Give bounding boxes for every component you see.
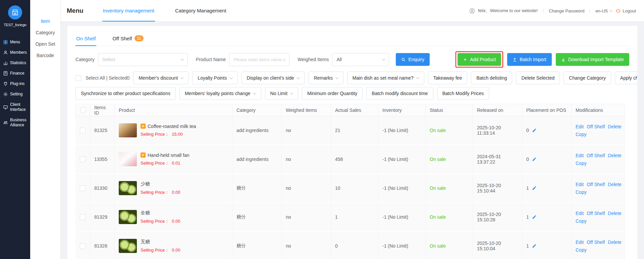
batch-action-button[interactable]: Batch delisting xyxy=(471,72,512,84)
sidebar-item-finance[interactable]: Finance xyxy=(0,68,30,79)
category-select[interactable]: Select xyxy=(98,53,188,66)
edit-link[interactable]: Edit xyxy=(576,124,584,129)
batch-buttons-group: Synchronize to other product specificati… xyxy=(75,87,489,100)
enquiry-button[interactable]: Enquiry xyxy=(396,53,429,66)
batch-action-button[interactable]: Batch modify discount time xyxy=(366,87,433,100)
batch-action-button[interactable]: Apply change to selection xyxy=(615,72,637,84)
edit-placement-icon[interactable] xyxy=(532,215,537,219)
locale-selector[interactable]: en-US xyxy=(595,8,612,13)
enquiry-label: Enquiry xyxy=(408,57,424,62)
batch-action-button[interactable]: Minimum order Quantity xyxy=(302,87,363,100)
batch-action-button[interactable]: Display on client's side xyxy=(241,72,305,84)
copy-link[interactable]: Copy xyxy=(576,161,587,166)
edit-placement-icon[interactable] xyxy=(532,157,537,162)
off-shelf-link[interactable]: Off Shelf xyxy=(587,124,605,129)
sidebar-item-category[interactable]: Category xyxy=(30,27,60,38)
copy-link[interactable]: Copy xyxy=(576,189,587,195)
edit-link[interactable]: Edit xyxy=(576,153,584,158)
placement-value: 0 xyxy=(526,128,529,133)
sidebar-item-item[interactable]: Item xyxy=(30,15,60,27)
copy-link[interactable]: Copy xyxy=(576,132,587,137)
status-badge: On sale xyxy=(430,185,446,191)
delete-link[interactable]: Delete xyxy=(608,211,621,216)
chevron-down-icon xyxy=(180,76,184,79)
download-import-template-button[interactable]: Download Import Template xyxy=(556,53,629,66)
tab-on-shelf[interactable]: On Shelf xyxy=(75,32,96,46)
inventory-cell: -1 (No Limit) xyxy=(378,232,426,259)
sidebar-item-client-interface[interactable]: Client Interface xyxy=(0,99,30,115)
edit-placement-icon[interactable] xyxy=(532,244,537,248)
batch-action-button[interactable]: Synchronize to other product specificati… xyxy=(75,87,176,100)
weighed-items-label: Weighed Items xyxy=(298,57,329,62)
placement-value: 1 xyxy=(526,185,529,191)
sidebar-item-barcode[interactable]: Barcode xyxy=(30,50,60,61)
row-select-cell xyxy=(75,174,90,202)
menu-grid-icon xyxy=(3,40,8,45)
batch-action-label: Main dish as set meal name? xyxy=(353,75,414,81)
power-icon xyxy=(616,8,621,13)
batch-action-button[interactable]: Takeaway fee xyxy=(428,72,468,84)
change-password-link[interactable]: Change Password xyxy=(549,8,584,13)
tab-on-shelf-label: On Shelf xyxy=(76,36,96,41)
batch-action-button[interactable]: Delete Selected xyxy=(516,72,560,84)
add-product-button[interactable]: Add Product xyxy=(458,53,501,66)
released-on-cell: 2025-10-20 15:10:44 xyxy=(473,174,522,202)
product-name-input[interactable] xyxy=(229,53,289,66)
tab-category-management[interactable]: Category Management xyxy=(174,0,227,21)
status-badge: On sale xyxy=(430,243,446,249)
batch-action-button[interactable]: Change Category xyxy=(564,72,611,84)
sidebar-item-statistics[interactable]: Statistics xyxy=(0,58,30,68)
batch-action-button[interactable]: Main dish as set meal name? xyxy=(347,72,424,84)
row-checkbox[interactable] xyxy=(80,243,86,249)
batch-actions-row-2: Synchronize to other product specificati… xyxy=(75,87,629,100)
sidebar-item-business-alliance[interactable]: Business Alliance xyxy=(0,115,30,130)
edit-placement-icon[interactable] xyxy=(532,186,537,190)
edit-link[interactable]: Edit xyxy=(576,182,584,187)
row-checkbox[interactable] xyxy=(80,214,86,220)
batch-action-label: Change Category xyxy=(569,75,606,81)
sidebar-item-open-set[interactable]: Open Set xyxy=(30,38,60,50)
batch-action-button[interactable]: Members' loyalty points change xyxy=(179,87,261,100)
row-checkbox[interactable] xyxy=(80,185,86,191)
batch-action-button[interactable]: Member's discount xyxy=(133,72,189,84)
sidebar-item-members[interactable]: Members xyxy=(0,47,30,58)
select-all-checkbox-top[interactable] xyxy=(75,75,81,81)
copy-link[interactable]: Copy xyxy=(576,218,587,224)
delete-link[interactable]: Delete xyxy=(608,182,621,187)
delete-link[interactable]: Delete xyxy=(608,124,621,129)
off-shelf-link[interactable]: Off Shelf xyxy=(587,182,605,187)
released-on-cell: 2025-10-20 15:10:04 xyxy=(473,232,522,259)
chevron-down-icon xyxy=(297,76,300,79)
product-cell: 全糖Selling Price：0.00 xyxy=(115,203,232,231)
edit-link[interactable]: Edit xyxy=(576,211,584,216)
tab-off-shelf[interactable]: Off Shelf 11 xyxy=(112,32,144,46)
off-shelf-link[interactable]: Off Shelf xyxy=(587,153,605,158)
copy-link[interactable]: Copy xyxy=(576,247,587,253)
select-all-checkbox[interactable] xyxy=(80,107,86,113)
search-icon xyxy=(401,57,406,62)
sidebar-item-setting[interactable]: Setting xyxy=(0,89,30,99)
batch-action-button[interactable]: Remarks xyxy=(309,72,343,84)
modifications-cell: EditOff ShelfDeleteCopy xyxy=(572,174,625,202)
delete-link[interactable]: Delete xyxy=(608,153,621,158)
row-checkbox[interactable] xyxy=(80,157,86,162)
batch-action-button[interactable]: Batch Modify Prices xyxy=(437,87,489,100)
batch-import-button[interactable]: Batch Import xyxy=(507,53,551,66)
delete-link[interactable]: Delete xyxy=(608,240,621,245)
tab-inventory-management[interactable]: Inventory management xyxy=(102,0,155,21)
table-row: 81330少糖Selling Price：0.00糖分no10-1 (No Li… xyxy=(75,174,625,203)
sidebar-item-menu[interactable]: Menu xyxy=(0,37,30,47)
edit-placement-icon[interactable] xyxy=(532,128,537,133)
off-shelf-link[interactable]: Off Shelf xyxy=(587,240,605,245)
batch-action-button[interactable]: No Limit xyxy=(265,87,298,100)
weighed-items-select[interactable]: All xyxy=(332,53,389,66)
logout-link[interactable]: Logout xyxy=(623,8,636,13)
row-checkbox[interactable] xyxy=(80,128,86,133)
column-header: Items ID xyxy=(90,104,115,116)
sidebar-item-plugins[interactable]: Plug-ins xyxy=(0,79,30,89)
product-thumbnail xyxy=(119,123,137,137)
off-shelf-link[interactable]: Off Shelf xyxy=(587,211,605,216)
edit-link[interactable]: Edit xyxy=(576,240,584,245)
batch-action-button[interactable]: Loyalty Points xyxy=(192,72,237,84)
plug-icon xyxy=(3,81,8,86)
